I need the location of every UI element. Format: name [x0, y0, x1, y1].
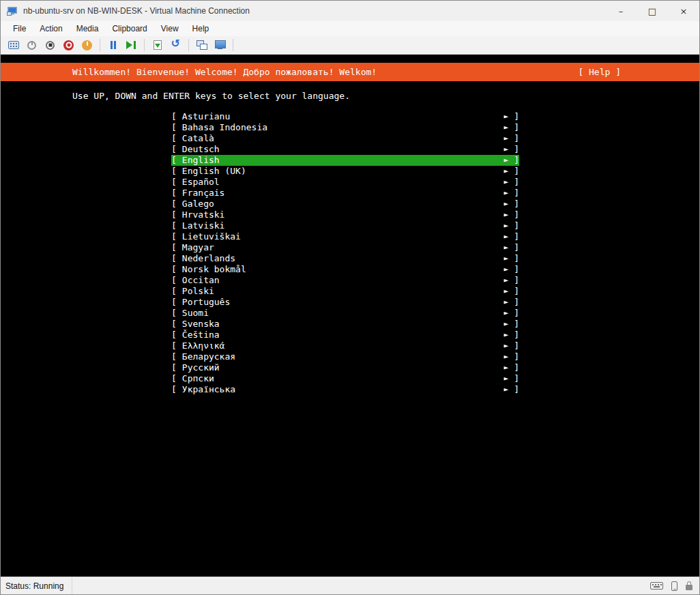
- arrow-icon: ►: [504, 111, 509, 122]
- language-label: Svenska: [182, 319, 220, 330]
- menu-action[interactable]: Action: [33, 22, 69, 35]
- arrow-icon: ►: [504, 122, 509, 133]
- arrow-icon: ►: [504, 384, 509, 395]
- language-label: Українська: [182, 384, 235, 395]
- shut-down-button[interactable]: [60, 38, 77, 53]
- arrow-icon: ►: [504, 253, 509, 264]
- language-option[interactable]: [Čeština►]: [171, 330, 519, 340]
- checkpoint-icon: [154, 40, 162, 50]
- language-label: Ελληνικά: [182, 340, 225, 351]
- language-list: [Asturianu►][Bahasa Indonesia►][Català►]…: [171, 111, 519, 395]
- language-option[interactable]: [Français►]: [171, 188, 519, 199]
- menu-bar: FileActionMediaClipboardViewHelp: [1, 21, 699, 36]
- revert-button[interactable]: [167, 38, 184, 53]
- toolbar: [1, 36, 699, 55]
- language-option[interactable]: [Беларуская►]: [171, 351, 519, 362]
- arrow-icon: ►: [504, 144, 509, 155]
- bracket-open: [: [171, 253, 177, 264]
- help-button[interactable]: [ Help ]: [578, 67, 621, 77]
- bracket-close: ]: [514, 373, 519, 384]
- pause-button[interactable]: [104, 38, 121, 53]
- bracket-close: ]: [514, 133, 519, 144]
- bracket-open: [: [171, 362, 177, 373]
- arrow-icon: ►: [504, 199, 509, 209]
- language-option[interactable]: [Hrvatski►]: [171, 209, 519, 220]
- menu-clipboard[interactable]: Clipboard: [105, 22, 154, 35]
- language-option[interactable]: [Lietuviškai►]: [171, 231, 519, 242]
- bracket-open: [: [171, 286, 177, 297]
- window-title: nb-ubuntu-srv on NB-WIN-DESK - Virtual M…: [23, 6, 250, 16]
- bracket-open: [: [171, 209, 177, 220]
- bracket-close: ]: [514, 122, 519, 133]
- language-option[interactable]: [Suomi►]: [171, 308, 519, 319]
- bracket-open: [: [171, 133, 177, 144]
- language-label: Galego: [182, 199, 214, 209]
- reset-icon: [126, 41, 136, 49]
- keyboard-icon: [650, 582, 663, 590]
- shut-down-icon: [63, 40, 74, 50]
- language-option[interactable]: [Norsk bokmål►]: [171, 264, 519, 275]
- language-option[interactable]: [Català►]: [171, 133, 519, 144]
- language-option[interactable]: [Nederlands►]: [171, 253, 519, 264]
- checkpoint-button[interactable]: [149, 38, 166, 53]
- bracket-open: [: [171, 166, 177, 177]
- menu-media[interactable]: Media: [70, 22, 106, 35]
- language-option[interactable]: [Српски►]: [171, 373, 519, 384]
- toolbar-separator: [188, 39, 189, 51]
- language-option[interactable]: [Occitan►]: [171, 275, 519, 286]
- turn-off-button[interactable]: [42, 38, 59, 53]
- bracket-close: ]: [514, 188, 519, 199]
- bracket-close: ]: [514, 155, 519, 166]
- bracket-open: [: [171, 264, 177, 275]
- language-option[interactable]: [English►]: [171, 155, 519, 166]
- language-label: English: [182, 155, 220, 166]
- share-button[interactable]: [212, 38, 229, 53]
- language-option[interactable]: [Español►]: [171, 177, 519, 188]
- arrow-icon: ►: [504, 166, 509, 177]
- language-option[interactable]: [Polski►]: [171, 286, 519, 297]
- arrow-icon: ►: [504, 373, 509, 384]
- maximize-button[interactable]: □: [637, 1, 668, 21]
- language-label: Nederlands: [182, 253, 235, 264]
- language-option[interactable]: [Deutsch►]: [171, 144, 519, 155]
- bracket-open: [: [171, 220, 177, 231]
- language-option[interactable]: [Bahasa Indonesia►]: [171, 122, 519, 133]
- revert-icon: [171, 40, 181, 50]
- bracket-open: [: [171, 231, 177, 242]
- minimize-button[interactable]: –: [605, 1, 637, 21]
- bracket-open: [: [171, 330, 177, 340]
- save-button[interactable]: [78, 38, 96, 53]
- bracket-close: ]: [514, 264, 519, 275]
- language-option[interactable]: [English (UK)►]: [171, 166, 519, 177]
- language-option[interactable]: [Asturianu►]: [171, 111, 519, 122]
- language-label: Latviski: [182, 220, 225, 231]
- arrow-icon: ►: [504, 275, 509, 286]
- menu-file[interactable]: File: [6, 22, 33, 35]
- arrow-icon: ►: [504, 330, 509, 340]
- arrow-icon: ►: [504, 220, 509, 231]
- language-option[interactable]: [Українська►]: [171, 384, 519, 395]
- share-icon: [215, 40, 226, 50]
- language-option[interactable]: [Português►]: [171, 297, 519, 308]
- language-option[interactable]: [Latviski►]: [171, 220, 519, 231]
- language-option[interactable]: [Русский►]: [171, 362, 519, 373]
- enhanced-session-button[interactable]: [193, 38, 210, 53]
- bracket-close: ]: [514, 362, 519, 373]
- language-label: Deutsch: [182, 144, 220, 155]
- arrow-icon: ►: [504, 188, 509, 199]
- language-option[interactable]: [Magyar►]: [171, 242, 519, 253]
- arrow-icon: ►: [504, 351, 509, 362]
- ctrl-alt-del-button[interactable]: [5, 38, 22, 53]
- close-button[interactable]: ×: [668, 1, 699, 21]
- reset-button[interactable]: [123, 38, 140, 53]
- language-label: Русский: [182, 362, 220, 373]
- menu-view[interactable]: View: [154, 22, 186, 35]
- menu-help[interactable]: Help: [186, 22, 216, 35]
- language-option[interactable]: [Ελληνικά►]: [171, 340, 519, 351]
- start-button[interactable]: [23, 38, 40, 53]
- bracket-open: [: [171, 275, 177, 286]
- bracket-close: ]: [514, 330, 519, 340]
- language-option[interactable]: [Svenska►]: [171, 319, 519, 330]
- language-option[interactable]: [Galego►]: [171, 199, 519, 209]
- status-bar: Status: Running: [1, 577, 699, 594]
